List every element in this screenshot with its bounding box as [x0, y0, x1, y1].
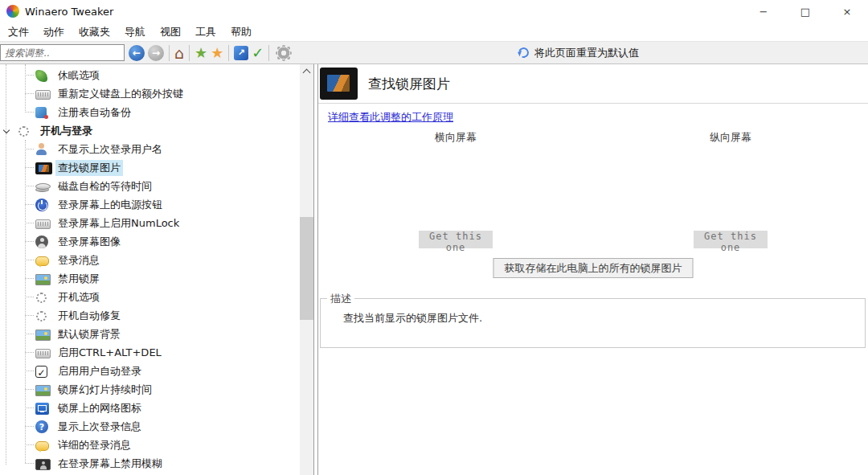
disk-icon — [35, 187, 49, 192]
tree-item-label: 默认锁屏背景 — [55, 326, 123, 342]
menubar: 文件动作收藏夹导航视图工具帮助 — [0, 23, 868, 41]
tree-item[interactable]: 在登录屏幕上禁用模糊 — [0, 454, 313, 473]
close-button[interactable]: × — [826, 0, 868, 23]
tree-item[interactable]: 不显示上次登录用户名 — [0, 140, 313, 158]
home-glyph: ⌂ — [174, 45, 184, 61]
tree-item-label: 详细的登录消息 — [55, 437, 133, 453]
favorite-icon[interactable]: ★ — [211, 45, 223, 61]
picture-icon — [35, 274, 51, 285]
back-arrow-glyph: ← — [133, 47, 141, 59]
hibernate-icon — [35, 70, 47, 82]
landscape-column-header: 横向屏幕 — [318, 130, 593, 145]
menu-item[interactable]: 工具 — [188, 23, 223, 42]
get-portrait-button[interactable]: Get this one — [694, 231, 768, 248]
tree-item[interactable]: 禁用锁屏 — [0, 269, 313, 288]
chevron-down-icon[interactable] — [3, 127, 10, 133]
tree-item[interactable]: 启用用户自动登录 — [0, 362, 313, 380]
tree-item[interactable]: 开机选项 — [0, 288, 313, 306]
tweak-details-link[interactable]: 详细查看此调整的工作原理 — [328, 110, 453, 125]
menu-item[interactable]: 文件 — [1, 23, 36, 42]
shortcut-icon[interactable]: ↗ — [234, 46, 248, 60]
tree-item-label: 在登录屏幕上禁用模糊 — [55, 456, 165, 472]
column-headers: 横向屏幕 纵向屏幕 — [318, 130, 868, 145]
scrollbar-thumb[interactable] — [300, 217, 313, 320]
tree-item-label: 开机选项 — [55, 289, 102, 305]
tree-item[interactable]: 锁屏上的网络图标 — [0, 399, 313, 417]
keyboard-icon — [35, 219, 51, 229]
apply-check-icon[interactable]: ✓ — [252, 44, 264, 61]
tree-item[interactable]: 启用CTRL+ALT+DEL — [0, 343, 313, 362]
minimize-button[interactable]: − — [743, 0, 784, 23]
check-glyph: ✓ — [252, 44, 264, 61]
power-icon — [35, 199, 48, 211]
page-title: 查找锁屏图片 — [368, 68, 450, 100]
tree-item-label: 休眠选项 — [55, 68, 102, 84]
lockscreen-thumbnail-icon — [320, 68, 358, 100]
tree-item[interactable]: 休眠选项 — [0, 66, 313, 84]
tree-item[interactable]: 登录屏幕上启用NumLock — [0, 214, 313, 232]
menu-item[interactable]: 收藏夹 — [72, 23, 117, 42]
menu-item[interactable]: 帮助 — [223, 23, 259, 42]
tree-panel: 休眠选项重新定义键盘上的额外按键注册表自动备份开机与登录不显示上次登录用户名查找… — [0, 64, 314, 475]
tree-item[interactable]: 开机自动修复 — [0, 306, 313, 325]
tree-scrollbar[interactable] — [300, 64, 313, 475]
get-landscape-button[interactable]: Get this one — [419, 231, 493, 248]
boot-login-icon — [18, 126, 29, 137]
user-icon — [35, 143, 47, 156]
tree-view: 休眠选项重新定义键盘上的额外按键注册表自动备份开机与登录不显示上次登录用户名查找… — [0, 66, 313, 473]
checkbox-icon — [35, 366, 47, 378]
tree-item[interactable]: 开机与登录 — [0, 121, 313, 140]
tree-item[interactable]: 显示上次登录信息 — [0, 417, 313, 436]
tree-item-label: 查找锁屏图片 — [55, 160, 123, 176]
description-groupbox: 描述 查找当前显示的锁屏图片文件. — [320, 298, 866, 348]
gear-icon[interactable] — [277, 47, 290, 59]
back-icon[interactable]: ← — [129, 45, 145, 61]
content-panel: 查找锁屏图片 详细查看此调整的工作原理 横向屏幕 纵向屏幕 Get this o… — [318, 64, 868, 475]
main-area: 休眠选项重新定义键盘上的额外按键注册表自动备份开机与登录不显示上次登录用户名查找… — [0, 64, 868, 475]
menu-item[interactable]: 导航 — [117, 23, 153, 42]
menu-item[interactable]: 动作 — [36, 23, 72, 42]
tree-item-label: 开机与登录 — [38, 123, 95, 139]
get-all-lockscreen-images-button[interactable]: 获取存储在此电脑上的所有的锁屏图片 — [493, 258, 694, 278]
reset-page-button[interactable]: 将此页面重置为默认值 — [518, 42, 639, 63]
tree-item[interactable]: 磁盘自检的等待时间 — [0, 177, 313, 195]
picture-icon — [35, 330, 51, 341]
scrollbar-up-arrow[interactable] — [300, 64, 313, 78]
boot-icon — [36, 311, 47, 321]
tree-item[interactable]: 注册表自动备份 — [0, 103, 313, 121]
forward-icon[interactable]: → — [148, 45, 164, 61]
add-favorite-icon[interactable]: ★ — [194, 45, 207, 61]
boot-icon — [36, 293, 47, 303]
shortcut-glyph: ↗ — [238, 47, 245, 58]
toolbar-separator — [228, 45, 229, 61]
reset-arrow-icon — [517, 46, 530, 59]
tree-item-label: 锁屏幻灯片持续时间 — [55, 382, 154, 398]
tree-item[interactable]: 锁屏幻灯片持续时间 — [0, 380, 313, 399]
portrait-icon — [35, 235, 48, 248]
maximize-button[interactable]: □ — [784, 0, 826, 23]
forward-arrow-glyph: → — [152, 47, 160, 59]
add-favorite-glyph: ★ — [194, 45, 207, 61]
description-text: 查找当前显示的锁屏图片文件. — [321, 299, 865, 326]
menu-item[interactable]: 视图 — [153, 23, 188, 42]
tree-item-label: 磁盘自检的等待时间 — [55, 178, 154, 195]
description-legend: 描述 — [327, 292, 354, 306]
home-icon[interactable]: ⌂ — [174, 45, 184, 61]
tree-item[interactable]: 重新定义键盘上的额外按键 — [0, 84, 313, 103]
tree-item[interactable]: 登录屏幕上的电源按钮 — [0, 195, 313, 214]
tree-item[interactable]: 详细的登录消息 — [0, 436, 313, 454]
get-buttons-row: Get this one Get this one — [318, 231, 868, 253]
tree-item[interactable]: 登录消息 — [0, 251, 313, 269]
search-input[interactable] — [0, 44, 125, 61]
tree-item[interactable]: 默认锁屏背景 — [0, 325, 313, 343]
tree-item[interactable]: 查找锁屏图片 — [0, 158, 313, 177]
tree-item-label: 登录屏幕图像 — [55, 234, 123, 250]
message-icon — [35, 256, 49, 266]
keyboard-icon — [35, 349, 51, 358]
network-icon — [35, 403, 49, 415]
tree-item[interactable]: 登录屏幕图像 — [0, 232, 313, 251]
tree-item-label: 登录消息 — [55, 252, 102, 268]
keyboard-icon — [35, 90, 51, 100]
window-controls: − □ × — [743, 0, 868, 23]
help-icon — [35, 420, 48, 433]
